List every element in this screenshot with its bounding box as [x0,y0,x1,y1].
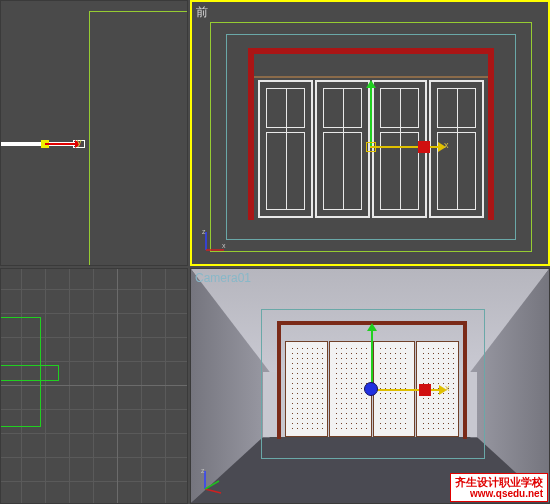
gizmo-x-label: x [444,140,449,150]
gizmo-x-handle[interactable] [419,384,431,396]
selected-object[interactable]: y [1,139,91,149]
viewport-top[interactable] [0,268,188,504]
gizmo-y-label: y [77,137,82,147]
svg-line-4 [205,481,219,489]
safe-frame [89,11,188,266]
axis-x-label: x [222,242,226,249]
viewport-front[interactable]: 前 x z x [190,0,550,266]
gizmo-x-handle[interactable] [418,141,430,153]
svg-line-3 [205,489,221,493]
watermark: 齐生设计职业学校 www.qsedu.net [450,473,548,502]
gizmo-plane-handle[interactable] [366,142,376,152]
gizmo-y-axis[interactable] [371,329,373,389]
axis-z-label: z [202,228,206,235]
gizmo-origin[interactable] [364,382,378,396]
door-panel[interactable] [285,341,328,437]
gizmo-y-axis[interactable] [370,86,372,146]
axis-z-label: z [201,467,205,474]
axis-tripod-icon: z [199,465,229,495]
gizmo-x-axis[interactable] [45,143,77,145]
watermark-line1: 齐生设计职业学校 [455,476,543,488]
gizmo-x-label: x [445,383,450,393]
door-panel[interactable] [315,80,370,218]
axis-tripod-icon: z x [200,226,230,256]
viewport-label: 前 [196,4,208,21]
transom [254,54,488,78]
viewport-camera[interactable]: Camera01 x z [190,268,550,504]
viewport-top-left[interactable]: y [0,0,188,266]
viewport-quad: y 前 x z x [0,0,550,504]
wireframe-object[interactable] [0,365,59,381]
viewport-label: Camera01 [195,271,251,285]
watermark-line2: www.qsedu.net [455,488,543,499]
door-panel[interactable] [258,80,313,218]
